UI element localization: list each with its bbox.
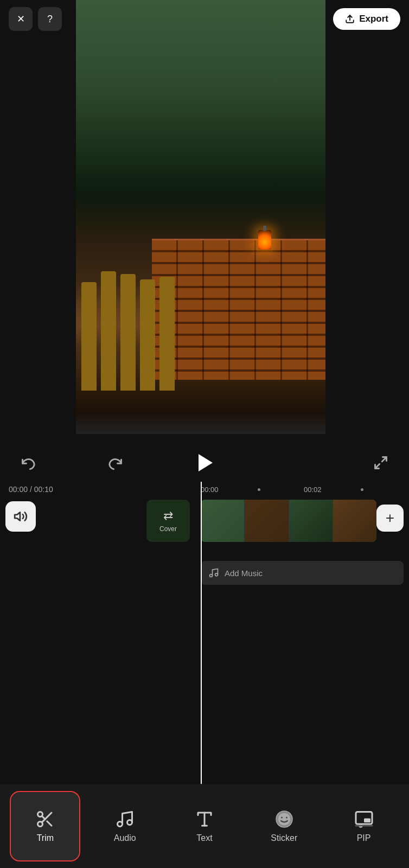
- time-markers: 00:00 00:02: [0, 482, 409, 497]
- cover-label: Cover: [159, 525, 177, 533]
- svg-rect-20: [364, 818, 370, 822]
- pip-tool[interactable]: PIP: [329, 791, 399, 861]
- fullscreen-icon: [373, 455, 388, 470]
- svg-point-11: [118, 821, 123, 826]
- timeline-tracks: ⇄ Cover + Add Music: [0, 497, 409, 546]
- svg-point-16: [278, 813, 290, 825]
- timeline-playhead: [201, 482, 202, 784]
- help-icon: ?: [47, 14, 53, 25]
- video-preview: [76, 0, 325, 434]
- text-tool[interactable]: Text: [169, 791, 240, 861]
- time-marker-2: 00:02: [304, 486, 322, 494]
- fence-post-2: [101, 271, 116, 391]
- add-clip-button[interactable]: +: [376, 505, 404, 532]
- strip-frame-2: [245, 500, 289, 542]
- close-button[interactable]: ✕: [9, 7, 33, 31]
- top-bar: ✕ ? Export: [0, 0, 409, 38]
- lantern: [258, 230, 271, 250]
- trim-tool[interactable]: Trim: [10, 791, 80, 861]
- fence-post-5: [159, 277, 175, 391]
- video-strip[interactable]: [201, 500, 376, 542]
- svg-line-9: [47, 821, 52, 825]
- play-button[interactable]: [191, 449, 218, 476]
- strip-frame-3: [289, 500, 333, 542]
- video-background: [76, 0, 325, 434]
- redo-icon: [108, 455, 123, 470]
- sticker-label: Sticker: [271, 833, 297, 843]
- volume-icon: [14, 509, 28, 524]
- svg-marker-3: [15, 512, 20, 520]
- play-icon: [199, 454, 213, 471]
- pip-label: PIP: [357, 833, 371, 843]
- music-note-icon: [208, 567, 219, 578]
- export-icon: [345, 14, 355, 24]
- fence-post-1: [81, 282, 97, 391]
- audio-label: Audio: [114, 833, 136, 843]
- svg-point-4: [210, 575, 213, 577]
- strip-frame-4: [333, 500, 376, 542]
- export-button[interactable]: Export: [333, 8, 400, 30]
- top-left-buttons: ✕ ?: [9, 7, 62, 31]
- svg-line-10: [42, 816, 46, 819]
- help-button[interactable]: ?: [38, 7, 62, 31]
- svg-point-5: [215, 573, 218, 576]
- fence-post-3: [120, 274, 136, 391]
- trim-scissors-icon: [35, 809, 55, 829]
- add-music-row[interactable]: Add Music: [201, 561, 404, 585]
- dot-marker-2: [361, 488, 363, 491]
- add-music-label: Add Music: [225, 569, 263, 578]
- fullscreen-button[interactable]: [369, 451, 393, 475]
- svg-point-18: [285, 816, 288, 819]
- timeline-section: 00:00 / 00:10 00:00 00:02 ⇄ Cover: [0, 482, 409, 784]
- sticker-icon: [274, 809, 294, 829]
- spacer: [282, 451, 305, 475]
- time-marker-0: 00:00: [201, 486, 219, 494]
- wooden-fence: [81, 260, 190, 391]
- text-t-icon: [195, 809, 214, 829]
- svg-point-12: [127, 820, 132, 825]
- strip-frame-1: [201, 500, 245, 542]
- undo-icon: [21, 455, 36, 470]
- undo-button[interactable]: [16, 451, 40, 475]
- cover-thumbnail[interactable]: ⇄ Cover: [146, 500, 190, 542]
- controls-bar: [0, 444, 409, 482]
- cover-swap-icon: ⇄: [163, 509, 173, 523]
- sticker-tool[interactable]: Sticker: [249, 791, 319, 861]
- svg-point-17: [280, 816, 283, 819]
- trim-label: Trim: [37, 833, 54, 843]
- close-icon: ✕: [17, 13, 25, 25]
- redo-button[interactable]: [104, 451, 127, 475]
- fence-post-4: [140, 279, 155, 391]
- audio-note-icon: [115, 809, 135, 829]
- dot-marker-1: [258, 488, 260, 491]
- volume-button[interactable]: [5, 501, 36, 532]
- plus-icon: +: [386, 509, 394, 527]
- export-label: Export: [359, 14, 388, 24]
- bottom-toolbar: Trim Audio Text Sticker: [0, 784, 409, 868]
- text-label: Text: [196, 833, 212, 843]
- audio-tool[interactable]: Audio: [90, 791, 160, 861]
- pip-icon: [354, 809, 374, 829]
